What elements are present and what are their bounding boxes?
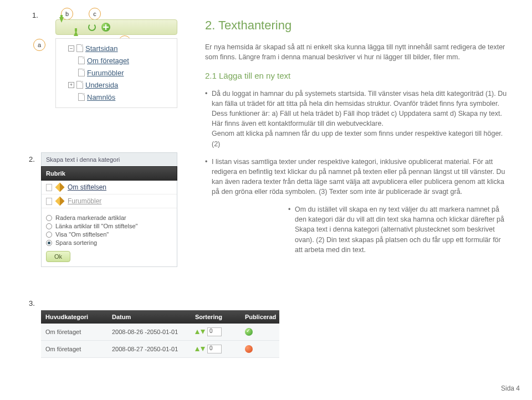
- callout-a: a: [33, 39, 45, 51]
- article-row[interactable]: Furumöbler: [42, 194, 177, 208]
- col-header: Datum: [108, 310, 191, 324]
- cell-category[interactable]: Om företaget: [41, 324, 108, 340]
- list-text: Om du istället vill skapa en ny text väl…: [295, 206, 504, 254]
- list-item: I listan visas samtliga texter under res…: [205, 157, 510, 197]
- cell-category[interactable]: Om företaget: [41, 341, 108, 357]
- option-save-sort[interactable]: Spara sortering: [46, 239, 172, 246]
- expand-icon[interactable]: +: [68, 82, 74, 88]
- sort-up-icon[interactable]: [195, 330, 200, 334]
- cell-date: 2008-08-27 -2050-01-01: [108, 341, 191, 357]
- list-item: Då du loggat in hamnar du på systemets s…: [205, 89, 510, 149]
- tree-item[interactable]: Om företaget: [58, 54, 175, 66]
- sort-down-icon[interactable]: [201, 330, 205, 334]
- tree-item[interactable]: – Startsidan: [58, 42, 175, 54]
- tree-item[interactable]: Namnlös: [58, 91, 175, 103]
- page-icon: [76, 81, 83, 89]
- heading-h2: 2. Texthantering: [205, 17, 510, 34]
- collapse-icon[interactable]: –: [68, 45, 74, 52]
- figure-table: Huvudkategori Datum Sortering Publicerad…: [41, 310, 279, 358]
- figure-tree: – Startsidan Om företaget Furumöbler + U…: [55, 19, 177, 108]
- table-row: Om företaget 2008-08-26 -2050-01-01 0: [41, 324, 279, 341]
- article-row[interactable]: Om stiftelsen: [42, 181, 177, 194]
- option-delete[interactable]: Radera markerade artiklar: [46, 214, 172, 221]
- sort-input[interactable]: 0: [207, 345, 222, 353]
- section-label-1: 1.: [32, 11, 38, 19]
- tree-label[interactable]: Namnlös: [87, 93, 115, 101]
- ok-button[interactable]: Ok: [46, 251, 70, 262]
- page-icon: [76, 44, 83, 52]
- options-group: Radera markerade artiklar Länka artiklar…: [42, 208, 177, 266]
- option-label: Visa "Om stiftelsen": [55, 231, 109, 238]
- article-link[interactable]: Furumöbler: [68, 197, 101, 205]
- table-header: Huvudkategori Datum Sortering Publicerad: [41, 310, 279, 324]
- cell-published[interactable]: [241, 341, 279, 357]
- category-tree: – Startsidan Om företaget Furumöbler + U…: [55, 38, 177, 108]
- callout-c: c: [89, 8, 101, 20]
- section-label-3: 3.: [29, 299, 35, 307]
- tree-toolbar: [55, 19, 177, 35]
- tree-item[interactable]: + Undersida: [58, 79, 175, 91]
- col-header: Publicerad: [241, 310, 279, 324]
- table-row: Om företaget 2008-08-27 -2050-01-01 0: [41, 341, 279, 358]
- sort-down-icon[interactable]: [201, 347, 205, 351]
- cell-date: 2008-08-26 -2050-01-01: [108, 324, 191, 340]
- sort-up-icon[interactable]: [195, 347, 200, 351]
- option-label: Radera markerade artiklar: [55, 214, 126, 221]
- page-icon: [78, 93, 85, 101]
- refresh-icon[interactable]: [88, 23, 96, 31]
- tree-item[interactable]: Furumöbler: [58, 66, 175, 79]
- page-icon: [46, 184, 52, 191]
- tree-label[interactable]: Startsidan: [85, 44, 118, 53]
- heading-h3: 2.1 Lägga till en ny text: [205, 70, 510, 82]
- option-label: Länka artiklar till "Om stiftelse": [55, 223, 137, 229]
- pencil-icon[interactable]: [55, 197, 65, 206]
- section-label-2: 2.: [29, 155, 35, 163]
- page-icon: [46, 198, 52, 205]
- figure-category-box: Skapa text i denna kategori Rubrik Om st…: [41, 152, 177, 267]
- pencil-icon[interactable]: [55, 183, 65, 192]
- option-show[interactable]: Visa "Om stiftelsen": [46, 231, 172, 238]
- option-link[interactable]: Länka artiklar till "Om stiftelse": [46, 223, 172, 229]
- list-text: Då du loggat in hamnar du på systemets s…: [212, 90, 507, 148]
- page-icon: [78, 69, 85, 76]
- published-icon[interactable]: [245, 328, 253, 336]
- create-text-link[interactable]: Skapa text i denna kategori: [41, 152, 177, 166]
- list-item: Om du istället vill skapa en ny text väl…: [288, 204, 510, 255]
- content-column: 2. Texthantering Er nya hemsida är skapa…: [205, 17, 510, 263]
- option-label: Spara sortering: [55, 239, 97, 246]
- col-header: Huvudkategori: [41, 310, 108, 324]
- unpublished-icon[interactable]: [245, 345, 253, 353]
- expand-all-icon[interactable]: [59, 23, 68, 32]
- column-header-rubrik: Rubrik: [41, 166, 177, 181]
- page-icon: [78, 57, 85, 64]
- add-icon[interactable]: [101, 23, 110, 32]
- sort-input[interactable]: 0: [207, 327, 222, 336]
- collapse-all-icon[interactable]: [74, 23, 83, 32]
- tree-label[interactable]: Furumöbler: [87, 69, 124, 77]
- cell-sort: 0: [191, 324, 241, 340]
- cell-published[interactable]: [241, 324, 279, 340]
- tree-label[interactable]: Undersida: [85, 81, 118, 89]
- tree-label[interactable]: Om företaget: [87, 57, 129, 65]
- page-number: Sida 4: [501, 384, 520, 392]
- intro-paragraph: Er nya hemsida är skapad så att ni enkel…: [205, 42, 510, 62]
- list-text: I listan visas samtliga texter under res…: [212, 158, 505, 196]
- cell-sort: 0: [191, 341, 241, 357]
- article-link[interactable]: Om stiftelsen: [68, 183, 106, 191]
- col-header: Sortering: [191, 310, 241, 324]
